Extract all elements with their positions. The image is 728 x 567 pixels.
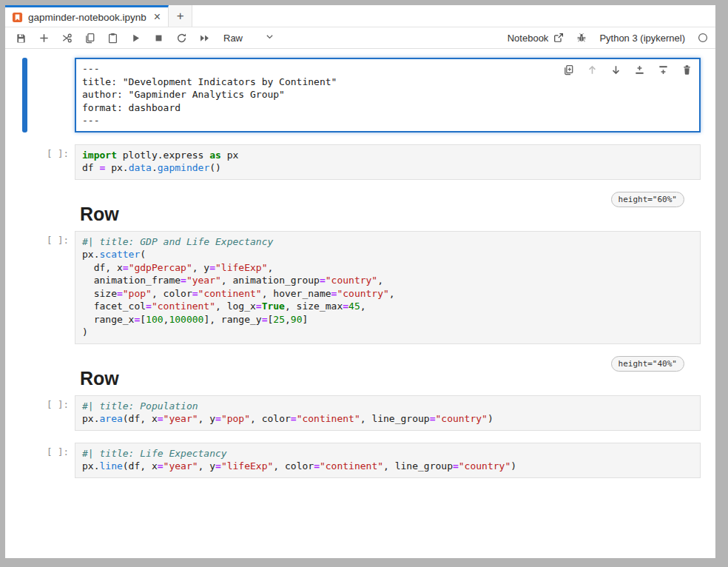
cell-prompt: [ ]: — [27, 231, 75, 344]
notebook-cell-5: height="40%"Row — [22, 356, 701, 392]
notebook-content-area: ---title: "Development Indicators by Con… — [5, 49, 715, 558]
code-line: #| title: Life Expectancy — [82, 447, 695, 460]
external-link-icon — [553, 33, 564, 43]
cell-collapser[interactable] — [22, 58, 27, 132]
debugger-bug-icon[interactable] — [576, 33, 587, 43]
height-attribute-badge: height="40%" — [611, 356, 684, 372]
cell-collapser[interactable] — [22, 395, 27, 431]
insert-cell-above-icon[interactable] — [633, 64, 645, 76]
height-attribute-badge: height="60%" — [611, 192, 684, 207]
jupyterlab-window: gapminder-notebook.ipynb × + Raw Noteboo… — [5, 5, 715, 558]
notebook-cell-4: [ ]:#| title: GDP and Life Expectancypx.… — [22, 231, 701, 344]
cell-prompt: [ ]: — [27, 443, 75, 478]
cell-type-dropdown[interactable]: Raw — [223, 32, 274, 44]
tab-bar: gapminder-notebook.ipynb × + — [5, 5, 715, 27]
notebook-preview-button[interactable]: Notebook — [508, 33, 564, 44]
markdown-cell-body[interactable]: height="60%"Row — [75, 192, 701, 228]
raw-cell-editor[interactable]: ---title: "Development Indicators by Con… — [75, 58, 701, 132]
cell-prompt — [27, 58, 75, 132]
markdown-cell-body[interactable]: height="40%"Row — [75, 356, 701, 392]
code-line: --- — [82, 114, 695, 127]
code-line: df = px.data.gapminder() — [82, 161, 695, 175]
notebook-cell-2: [ ]:import plotly.express as pxdf = px.d… — [22, 144, 701, 180]
cell-collapser[interactable] — [22, 192, 27, 228]
code-line: #| title: GDP and Life Expectancy — [82, 235, 695, 249]
tab-gapminder-notebook[interactable]: gapminder-notebook.ipynb × — [5, 5, 169, 27]
duplicate-cell-icon[interactable] — [562, 64, 574, 76]
insert-cell-below-icon[interactable] — [657, 64, 669, 76]
code-cell-editor[interactable]: import plotly.express as pxdf = px.data.… — [75, 144, 701, 180]
notebook-cell-6: [ ]:#| title: Populationpx.area(df, x="y… — [22, 395, 701, 431]
new-tab-button[interactable]: + — [169, 5, 192, 27]
run-all-icon[interactable] — [193, 29, 216, 47]
tab-title: gapminder-notebook.ipynb — [28, 12, 146, 23]
code-line: format: dashboard — [82, 101, 695, 115]
notebook-cell-1: ---title: "Development Indicators by Con… — [22, 58, 701, 132]
code-line: animation_frame="year", animation_group=… — [82, 274, 695, 287]
code-line: px.area(df, x="year", y="pop", color="co… — [82, 412, 695, 426]
notebook-preview-label: Notebook — [508, 33, 549, 44]
cell-collapser[interactable] — [22, 443, 27, 478]
kernel-switcher[interactable]: Python 3 (ipykernel) — [599, 33, 685, 44]
code-cell-editor[interactable]: #| title: Populationpx.area(df, x="year"… — [75, 395, 701, 431]
insert-cell-icon[interactable] — [33, 29, 55, 47]
stop-icon[interactable] — [147, 29, 170, 47]
code-line: author: "Gapminder Analytics Group" — [82, 88, 695, 101]
row-heading: Row — [80, 368, 701, 389]
delete-cell-icon[interactable] — [681, 64, 692, 76]
cell-prompt: [ ]: — [27, 395, 75, 431]
code-line: #| title: Population — [82, 400, 695, 413]
kernel-name: Python 3 (ipykernel) — [599, 33, 685, 44]
kernel-status-icon — [698, 33, 708, 43]
code-line: size="pop", color="continent", hover_nam… — [82, 287, 695, 301]
code-line: facet_col="continent", log_x=True, size_… — [82, 300, 695, 313]
toolbar-icon-group — [10, 29, 216, 47]
cell-type-value: Raw — [223, 33, 243, 44]
notebook-toolbar: Raw Notebook Python 3 (ipykernel) — [5, 27, 715, 49]
cell-toolbar — [562, 64, 692, 76]
toolbar-right-group: Notebook Python 3 (ipykernel) — [508, 33, 708, 44]
row-heading: Row — [80, 204, 701, 225]
cell-collapser[interactable] — [22, 231, 27, 344]
tab-close-icon[interactable]: × — [154, 11, 161, 23]
notebook-file-icon — [12, 12, 23, 23]
copy-icon[interactable] — [78, 29, 101, 47]
notebook-cell-3: height="60%"Row — [22, 192, 701, 228]
cut-icon[interactable] — [55, 29, 78, 47]
cell-collapser[interactable] — [22, 356, 27, 392]
code-line: import plotly.express as px — [82, 149, 695, 162]
cell-prompt — [27, 356, 75, 392]
move-cell-down-icon[interactable] — [610, 64, 621, 76]
paste-icon[interactable] — [101, 29, 124, 47]
cell-collapser[interactable] — [22, 144, 27, 180]
code-line: df, x="gdpPercap", y="lifeExp", — [82, 261, 695, 275]
chevron-down-icon — [265, 32, 274, 44]
cell-prompt — [27, 192, 75, 228]
code-line: title: "Development Indicators by Contin… — [82, 76, 695, 89]
code-line: px.scatter( — [82, 248, 695, 261]
restart-icon[interactable] — [170, 29, 193, 47]
run-icon[interactable] — [124, 29, 147, 47]
notebook-cell-7: [ ]:#| title: Life Expectancypx.line(df,… — [22, 443, 701, 478]
code-cell-editor[interactable]: #| title: Life Expectancypx.line(df, x="… — [75, 443, 701, 478]
cell-prompt: [ ]: — [27, 144, 75, 180]
code-line: ) — [82, 326, 695, 339]
code-line: px.line(df, x="year", y="lifeExp", color… — [82, 460, 695, 473]
move-cell-up-icon[interactable] — [586, 64, 598, 76]
code-cell-editor[interactable]: #| title: GDP and Life Expectancypx.scat… — [75, 231, 701, 344]
code-line: range_x=[100,100000], range_y=[25,90] — [82, 313, 695, 326]
save-icon[interactable] — [10, 29, 33, 47]
